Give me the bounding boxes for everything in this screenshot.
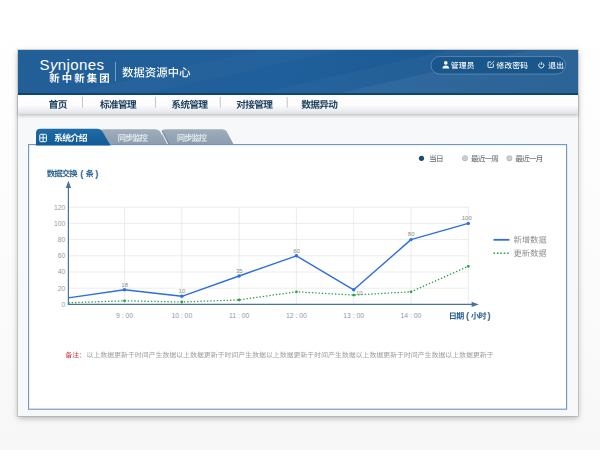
svg-text:120: 120 <box>54 204 66 211</box>
svg-text:80: 80 <box>408 231 415 237</box>
svg-text:100: 100 <box>54 220 66 227</box>
svg-text:0: 0 <box>62 301 66 308</box>
svg-text:9 : 00: 9 : 00 <box>116 312 133 319</box>
svg-text:18: 18 <box>121 282 128 288</box>
svg-text:10 : 00: 10 : 00 <box>171 312 192 319</box>
svg-text:): ) <box>488 311 491 321</box>
svg-text:10: 10 <box>356 290 363 296</box>
svg-text:100: 100 <box>462 215 473 221</box>
svg-text:(: ( <box>466 311 469 321</box>
svg-text:13 : 00: 13 : 00 <box>343 312 364 319</box>
svg-text:): ) <box>95 169 98 179</box>
svg-text:35: 35 <box>236 268 243 274</box>
svg-text:10: 10 <box>179 288 186 294</box>
svg-text:40: 40 <box>58 268 66 275</box>
svg-text:14 : 00: 14 : 00 <box>401 312 422 319</box>
svg-text:60: 60 <box>293 248 300 254</box>
svg-text:11 : 00: 11 : 00 <box>229 312 250 319</box>
svg-text:12 : 00: 12 : 00 <box>286 312 307 319</box>
svg-text:20: 20 <box>58 285 66 292</box>
svg-text:60: 60 <box>58 252 66 259</box>
svg-text:80: 80 <box>58 236 66 243</box>
svg-text:(: ( <box>80 169 83 179</box>
